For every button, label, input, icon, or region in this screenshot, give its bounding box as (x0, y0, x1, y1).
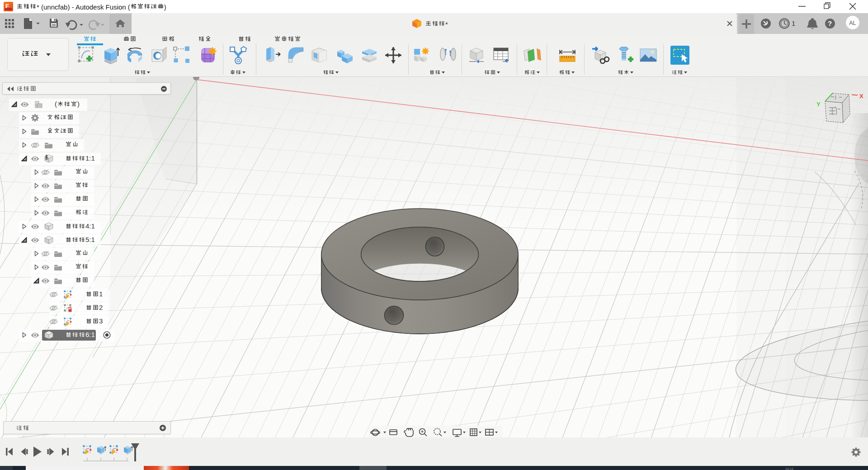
svg-text:Y: Y (816, 101, 821, 108)
svg-text:1: 1 (792, 19, 795, 27)
svg-text:X: X (859, 93, 863, 100)
svg-text:?: ? (828, 19, 832, 27)
svg-text:AL: AL (849, 20, 856, 26)
